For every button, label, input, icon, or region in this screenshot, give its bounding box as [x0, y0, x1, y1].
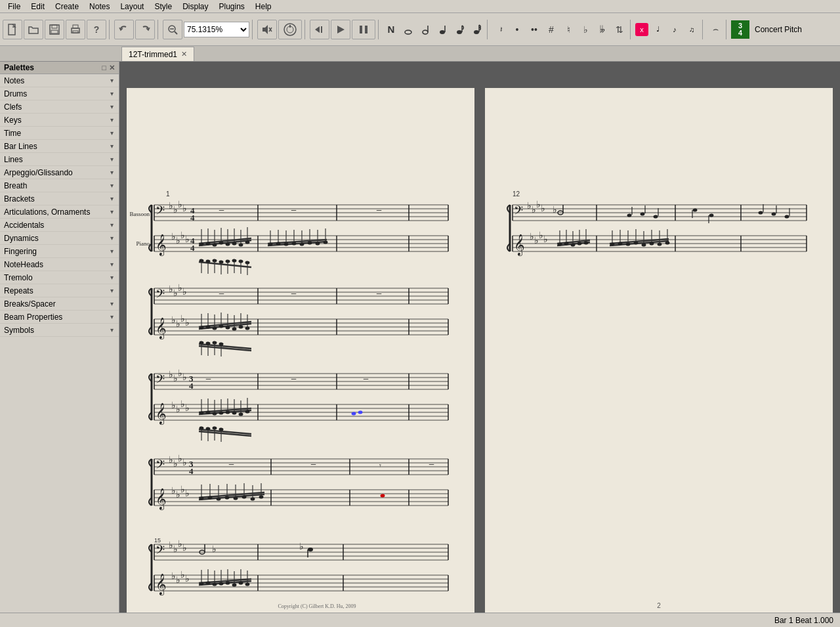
accidental-double-flat[interactable]: 𝄫	[595, 20, 610, 39]
mixer-button[interactable]	[278, 20, 302, 39]
menu-edit[interactable]: Edit	[26, 1, 50, 12]
svg-rect-17	[321, 26, 322, 33]
palette-arpeggio[interactable]: Arpeggio/Glissando▾	[0, 166, 119, 179]
svg-text:𝄢: 𝄢	[156, 458, 165, 474]
svg-text:♭: ♭	[527, 201, 532, 211]
svg-text:−: −	[429, 459, 434, 470]
svg-text:−: −	[228, 459, 234, 470]
svg-marker-16	[315, 26, 320, 33]
palette-beam[interactable]: Beam Properties▾	[0, 311, 119, 324]
menu-notes[interactable]: Notes	[84, 1, 115, 12]
tab-12t-trimmed1[interactable]: 12T-trimmed1 ✕	[121, 47, 194, 61]
chevron-icon: ▾	[110, 313, 114, 320]
pause-button[interactable]	[352, 20, 375, 39]
note-input-button[interactable]: N	[383, 20, 399, 39]
tab-label: 12T-trimmed1	[129, 50, 177, 59]
tab-close-button[interactable]: ✕	[181, 50, 187, 58]
zoom-select[interactable]: 75.1315%	[184, 22, 249, 37]
palette-lines[interactable]: Lines▾	[0, 153, 119, 166]
voice3-button[interactable]: ♪	[667, 20, 682, 39]
accidental-sharp[interactable]: #	[543, 20, 559, 39]
svg-text:♭: ♭	[185, 318, 190, 328]
voice4-button[interactable]: ♫	[684, 20, 700, 39]
play-button[interactable]	[331, 20, 350, 39]
save-button[interactable]	[45, 20, 64, 39]
palette-articulations[interactable]: Articulations, Ornaments▾	[0, 205, 119, 219]
chevron-icon: ▾	[110, 234, 114, 242]
palette-clefs[interactable]: Clefs▾	[0, 100, 119, 114]
palette-dynamics[interactable]: Dynamics▾	[0, 232, 119, 245]
rewind-button[interactable]	[310, 20, 329, 39]
menu-layout[interactable]: Layout	[115, 1, 149, 12]
svg-rect-19	[360, 26, 362, 33]
svg-point-26	[457, 30, 462, 34]
palette-bar-lines[interactable]: Bar Lines▾	[0, 140, 119, 153]
separator-9	[726, 20, 728, 39]
menu-file[interactable]: File	[3, 1, 26, 12]
voice1-button[interactable]: x	[635, 23, 648, 36]
palette-drums[interactable]: Drums▾	[0, 87, 119, 100]
undo-button[interactable]	[114, 20, 134, 39]
tie-button[interactable]: ⌢	[707, 20, 723, 39]
zoom-out-button[interactable]	[163, 20, 182, 39]
note-duration-whole[interactable]	[400, 20, 416, 39]
svg-text:−: −	[363, 374, 369, 385]
sidebar: Palettes □ ✕ Notes▾ Drums▾ Clefs▾ Keys▾ …	[0, 62, 119, 613]
svg-text:♭: ♭	[180, 399, 185, 409]
menu-style[interactable]: Style	[149, 1, 177, 12]
palette-breath[interactable]: Breath▾	[0, 179, 119, 192]
note-duration-8th[interactable]	[452, 20, 467, 39]
note-duration-16th[interactable]	[469, 20, 484, 39]
svg-text:2: 2	[657, 602, 661, 609]
note-duration-quarter[interactable]	[434, 20, 450, 39]
pages-container: 1 Bassoon 𝄢 ♭ ♭ ♭ ♭	[119, 62, 840, 613]
svg-text:𝄢: 𝄢	[156, 543, 165, 559]
palette-time[interactable]: Time▾	[0, 127, 119, 140]
menu-create[interactable]: Create	[50, 1, 84, 12]
open-button[interactable]	[24, 20, 43, 39]
separator-1	[109, 20, 112, 39]
rest-button[interactable]: 𝄽	[492, 20, 508, 39]
separator-7	[630, 20, 633, 39]
svg-text:♭: ♭	[180, 230, 185, 240]
dot-button[interactable]: •	[509, 20, 525, 39]
sidebar-close-icon[interactable]: ✕	[109, 64, 115, 72]
palette-symbols[interactable]: Symbols▾	[0, 324, 119, 337]
svg-text:𝄞: 𝄞	[156, 317, 167, 340]
voice2-button[interactable]: ♩	[650, 20, 665, 39]
svg-text:12: 12	[513, 190, 520, 198]
help-button[interactable]: ?	[87, 20, 106, 39]
print-button[interactable]	[66, 20, 85, 39]
new-button[interactable]	[3, 20, 22, 39]
palette-fingering[interactable]: Fingering▾	[0, 245, 119, 258]
chevron-icon: ▾	[110, 300, 114, 307]
menu-help[interactable]: Help	[250, 1, 277, 12]
sidebar-settings-icon[interactable]: □	[102, 64, 106, 72]
palette-notes[interactable]: Notes▾	[0, 74, 119, 87]
chevron-icon: ▾	[110, 248, 114, 255]
palette-accidentals[interactable]: Accidentals▾	[0, 219, 119, 232]
mute-button[interactable]	[257, 20, 277, 39]
svg-text:𝄞: 𝄞	[156, 402, 167, 425]
accidental-natural[interactable]: ♮	[560, 20, 576, 39]
palette-repeats[interactable]: Repeats▾	[0, 284, 119, 297]
palette-noteheads[interactable]: NoteHeads▾	[0, 258, 119, 271]
note-duration-half[interactable]	[417, 20, 433, 39]
palette-brackets[interactable]: Brackets▾	[0, 192, 119, 205]
palette-breaks[interactable]: Breaks/Spacer▾	[0, 297, 119, 311]
score-area[interactable]: 1 Bassoon 𝄢 ♭ ♭ ♭ ♭	[119, 62, 840, 613]
accidental-flat[interactable]: ♭	[578, 20, 593, 39]
separator-3	[252, 20, 255, 39]
chevron-icon: ▾	[110, 221, 114, 228]
flip-button[interactable]: ⇅	[612, 20, 627, 39]
sidebar-header-icons: □ ✕	[102, 64, 115, 72]
svg-text:♭: ♭	[169, 201, 173, 211]
menu-display[interactable]: Display	[177, 1, 213, 12]
svg-rect-6	[73, 31, 78, 33]
palette-keys[interactable]: Keys▾	[0, 114, 119, 127]
menu-plugins[interactable]: Plugins	[214, 1, 250, 12]
double-dot-button[interactable]: ••	[526, 20, 542, 39]
palette-tremolo[interactable]: Tremolo▾	[0, 271, 119, 284]
redo-button[interactable]	[135, 20, 155, 39]
chevron-icon: ▾	[110, 169, 114, 176]
